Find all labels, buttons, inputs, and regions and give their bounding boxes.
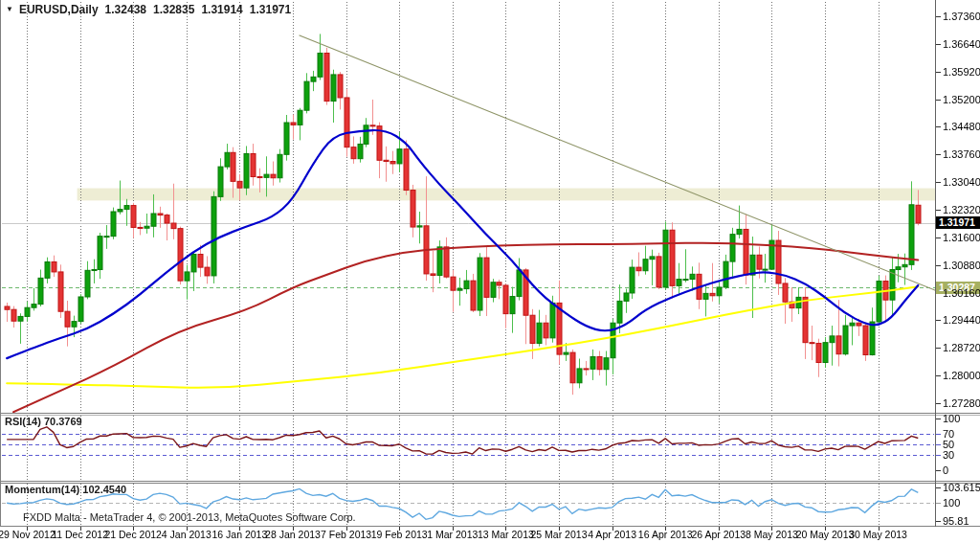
date-tick-label: 26 Apr 2013 xyxy=(691,529,746,540)
date-tick-label: 16 Apr 2013 xyxy=(638,529,693,540)
ohlc-low: 1.31914 xyxy=(201,3,242,16)
mt4-chart-window: ▼ EURUSD,Daily 1.32438 1.32835 1.31914 1… xyxy=(0,0,980,543)
date-tick-label: 29 Nov 2012 xyxy=(0,529,56,540)
ohlc-close: 1.31971 xyxy=(250,3,291,16)
date-tick-label: 21 Dec 2012 xyxy=(104,529,162,540)
current-price-badge: 1.31971 xyxy=(936,216,980,229)
date-tick-label: 19 Feb 2013 xyxy=(371,529,428,540)
date-tick-label: 13 Mar 2013 xyxy=(478,529,534,540)
date-tick-label: 8 May 2013 xyxy=(746,529,798,540)
price-tick-label: 1.32320 xyxy=(943,204,980,215)
momentum-indicator-label: Momentum(14) 102.4540 xyxy=(5,484,126,495)
price-tick-label: 1.28000 xyxy=(943,370,980,381)
date-tick-label: 30 May 2013 xyxy=(849,529,907,540)
rsi-tick-label: 30 xyxy=(943,449,954,461)
date-tick-label: 4 Apr 2013 xyxy=(588,529,636,540)
rsi-tick-label: 100 xyxy=(943,413,960,424)
price-tick-label: 1.27280 xyxy=(943,397,980,409)
price-tick-label: 1.33760 xyxy=(943,148,980,160)
price-tick-label: 1.35200 xyxy=(943,94,980,105)
momentum-tick-label: 103.615 xyxy=(943,482,980,493)
date-tick-label: 1 Mar 2013 xyxy=(427,529,478,540)
price-tick-label: 1.33040 xyxy=(943,176,980,188)
rsi-tick-label: 0 xyxy=(943,464,948,476)
price-tick-label: 1.34480 xyxy=(943,121,980,132)
price-tick-label: 1.30880 xyxy=(943,260,980,271)
price-tick-label: 1.31600 xyxy=(943,232,980,243)
price-tick-label: 1.36640 xyxy=(943,38,980,50)
symbol-period-label: EURUSD,Daily xyxy=(19,3,99,16)
rsi-indicator-label: RSI(14) 70.3769 xyxy=(5,416,82,427)
date-tick-label: 4 Jan 2013 xyxy=(162,529,212,540)
date-tick-label: 16 Jan 2013 xyxy=(212,529,267,540)
chart-header: ▼ EURUSD,Daily 1.32438 1.32835 1.31914 1… xyxy=(6,3,291,16)
ohlc-open: 1.32438 xyxy=(105,3,146,16)
date-tick-label: 28 Jan 2013 xyxy=(265,529,321,540)
ohlc-high: 1.32835 xyxy=(153,3,194,16)
price-tick-label: 1.28720 xyxy=(943,342,980,353)
price-tick-label: 1.35920 xyxy=(943,66,980,78)
momentum-tick-label: 95.81 xyxy=(943,515,969,527)
rsi-indicator-panel[interactable] xyxy=(0,414,935,481)
momentum-tick-label: 100 xyxy=(943,497,960,509)
date-tick-label: 25 Mar 2013 xyxy=(531,529,588,540)
date-tick-label: 11 Dec 2012 xyxy=(52,529,108,540)
price-tick-label: 1.29440 xyxy=(943,314,980,326)
price-tick-label: 1.37360 xyxy=(943,11,980,22)
symbol-marker-icon: ▼ xyxy=(6,5,13,13)
date-tick-label: 20 May 2013 xyxy=(796,529,855,540)
price-tick-label: 1.30160 xyxy=(943,287,980,299)
date-tick-label: 7 Feb 2013 xyxy=(321,529,371,540)
copyright-text: FXDD Malta - MetaTrader 4, © 2001-2013, … xyxy=(23,511,356,523)
